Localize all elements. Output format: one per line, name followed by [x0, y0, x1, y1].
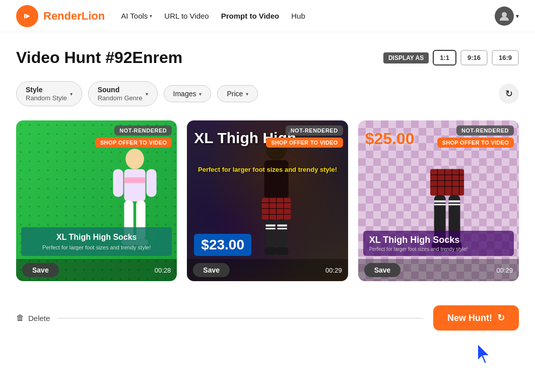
svg-rect-30 [276, 247, 289, 255]
user-caret-icon[interactable]: ▾ [516, 13, 519, 20]
display-as-label: DISPLAY AS [383, 52, 429, 63]
navbar: RenderLion AI Tools ▾ URL to Video Promp… [0, 0, 535, 32]
card1-save-button[interactable]: Save [22, 263, 59, 277]
svg-rect-44 [449, 204, 460, 206]
svg-rect-23 [265, 219, 275, 248]
card1-not-rendered-badge: NOT-RENDERED [114, 125, 172, 136]
video-card-2[interactable]: XL Thigh High Perfect for larger foot si… [187, 120, 348, 281]
card1-text-block: XL Thigh High Socks Perfect for larger f… [21, 227, 172, 256]
card3-shop-badge: SHOP OFFER TO VIDEO [437, 138, 514, 148]
main-content: Video Hunt #92Enrem DISPLAY AS 1:1 9:16 … [0, 32, 535, 343]
svg-rect-42 [434, 204, 446, 206]
svg-point-3 [502, 12, 507, 17]
ratio-16-9-button[interactable]: 16:9 [492, 50, 519, 66]
nav-ai-tools[interactable]: AI Tools ▾ [121, 12, 152, 20]
svg-rect-7 [113, 169, 123, 197]
card1-title: XL Thigh High Socks [28, 232, 165, 242]
card3-price: $25.00 [365, 129, 415, 148]
filters-row: Style Random Style ▾ Sound Random Genre … [16, 81, 519, 106]
nav-hub[interactable]: Hub [291, 12, 305, 20]
svg-rect-28 [277, 228, 287, 230]
svg-rect-41 [434, 201, 446, 203]
card1-bottom: Save 00:28 [16, 259, 177, 281]
card3-bottom: Save 00:29 [358, 259, 519, 281]
logo-icon [16, 5, 38, 27]
card1-timer: 00:28 [155, 267, 171, 274]
svg-rect-25 [265, 225, 275, 227]
svg-rect-43 [449, 201, 460, 203]
card1-subtitle: Perfect for larger foot sizes and trendy… [28, 244, 165, 251]
nav-url-to-video[interactable]: URL to Video [164, 12, 209, 20]
title-row: Video Hunt #92Enrem DISPLAY AS 1:1 9:16 … [16, 48, 519, 67]
svg-rect-27 [277, 225, 287, 227]
chevron-down-icon: ▾ [150, 13, 152, 19]
sound-filter[interactable]: Sound Random Genre ▾ [88, 81, 158, 106]
ratio-9-16-button[interactable]: 9:16 [460, 50, 488, 66]
card2-timer: 00:29 [325, 267, 342, 274]
ratio-1-1-button[interactable]: 1:1 [433, 50, 456, 66]
video-card-3[interactable]: $25.00 NOT-RENDERED SHOP OFFER TO VIDEO … [358, 120, 519, 281]
card2-not-rendered-badge: NOT-RENDERED [286, 125, 343, 136]
delete-separator [58, 318, 423, 318]
bottom-bar: 🗑 Delete New Hunt! ↻ [16, 297, 519, 343]
card2-subtitle: Perfect for larger foot sizes and trendy… [194, 166, 341, 173]
new-hunt-button[interactable]: New Hunt! ↻ [433, 305, 519, 331]
logo[interactable]: RenderLion [16, 5, 105, 27]
refresh-icon: ↻ [505, 88, 513, 99]
card2-bottom: Save 00:29 [187, 259, 348, 281]
refresh-button[interactable]: ↻ [499, 84, 519, 104]
nav-prompt-to-video[interactable]: Prompt to Video [221, 12, 280, 20]
card1-shop-badge: SHOP OFFER TO VIDEO [95, 138, 172, 148]
logo-text: RenderLion [43, 10, 105, 23]
svg-rect-24 [277, 219, 287, 248]
page-title: Video Hunt #92Enrem [16, 48, 182, 67]
svg-point-4 [125, 149, 144, 169]
card2-save-button[interactable]: Save [193, 263, 230, 277]
user-avatar[interactable] [495, 7, 514, 26]
trash-icon: 🗑 [16, 313, 24, 322]
price-chevron-icon: ▾ [246, 91, 248, 97]
card3-text-block: XL Thigh High Socks Perfect for larger f… [363, 231, 514, 256]
images-chevron-icon: ▾ [199, 91, 202, 97]
sound-chevron-icon: ▾ [146, 91, 148, 97]
svg-rect-5 [124, 169, 145, 202]
delete-button[interactable]: 🗑 Delete [16, 313, 50, 322]
card2-price: $23.00 [194, 234, 251, 256]
svg-rect-31 [430, 169, 464, 196]
style-chevron-icon: ▾ [70, 91, 73, 97]
svg-rect-6 [124, 177, 145, 183]
card3-save-button[interactable]: Save [364, 263, 401, 277]
svg-rect-2 [24, 14, 26, 18]
card3-subtitle: Perfect for larger foot sizes and trendy… [369, 246, 508, 252]
cards-grid: NOT-RENDERED SHOP OFFER TO VIDEO XL Thig… [16, 120, 519, 281]
nav-links: AI Tools ▾ URL to Video Prompt to Video … [121, 12, 305, 20]
card3-timer: 00:29 [496, 267, 513, 274]
delete-area: 🗑 Delete [16, 313, 423, 322]
card3-title: XL Thigh High Socks [369, 235, 508, 245]
navbar-left: RenderLion AI Tools ▾ URL to Video Promp… [16, 5, 305, 27]
svg-rect-8 [146, 169, 156, 197]
images-filter[interactable]: Images ▾ [164, 85, 212, 102]
display-as-controls: DISPLAY AS 1:1 9:16 16:9 [383, 50, 519, 66]
navbar-right: ▾ [495, 7, 519, 26]
svg-rect-29 [264, 247, 277, 255]
svg-rect-26 [265, 228, 275, 230]
card2-shop-badge: SHOP OFFER TO VIDEO [266, 138, 343, 148]
card3-not-rendered-badge: NOT-RENDERED [456, 125, 514, 136]
style-filter[interactable]: Style Random Style ▾ [16, 81, 82, 106]
video-card-1[interactable]: NOT-RENDERED SHOP OFFER TO VIDEO XL Thig… [16, 120, 177, 281]
new-hunt-refresh-icon: ↻ [497, 312, 505, 323]
price-filter[interactable]: Price ▾ [217, 85, 258, 102]
